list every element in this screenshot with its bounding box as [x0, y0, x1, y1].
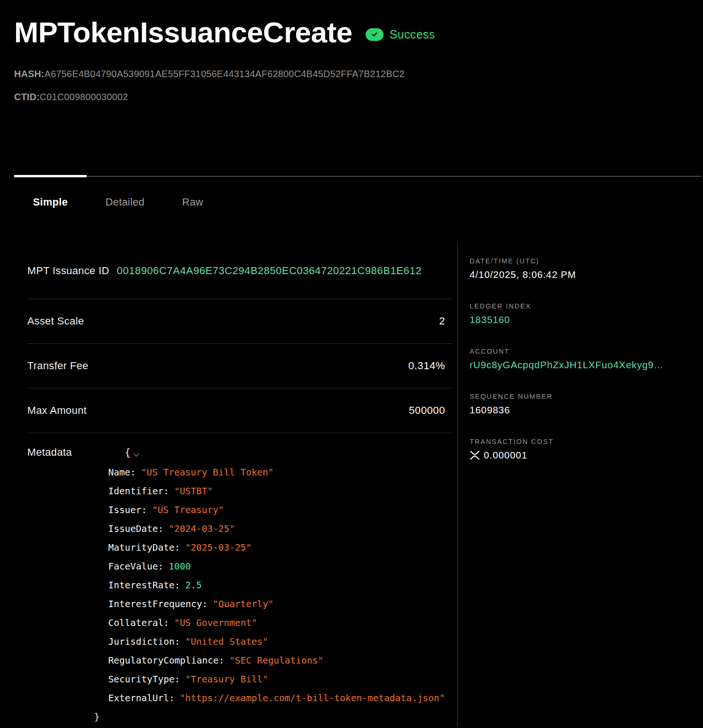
json-value: "USTBT" — [174, 486, 213, 497]
sidebar-group-ledger-index: LEDGER INDEX 1835160 — [470, 302, 694, 325]
datetime-value: 4/10/2025, 8:06:42 PM — [470, 269, 694, 280]
json-line: SecurityType:"Treasury Bill" — [108, 670, 453, 689]
hash-value: A6756E4B04790A539091AE55FF31056E443134AF… — [44, 69, 405, 79]
tab-simple[interactable]: Simple — [14, 177, 87, 220]
metadata-open-brace: { — [125, 447, 131, 458]
metadata-header: Metadata { — [27, 446, 453, 459]
json-value: "Quarterly" — [213, 599, 273, 609]
json-line: MaturityDate:"2025-03-25" — [108, 538, 453, 557]
sidebar-group-datetime: DATE/TIME (UTC) 4/10/2025, 8:06:42 PM — [470, 257, 694, 280]
success-check-icon — [366, 28, 383, 41]
json-key: Identifier: — [108, 486, 169, 497]
datetime-label: DATE/TIME (UTC) — [470, 257, 694, 265]
json-key: InterestFrequency: — [108, 599, 208, 609]
view-tabs: Simple Detailed Raw — [14, 176, 701, 220]
sidebar-group-transaction-cost: TRANSACTION COST 0.000001 — [470, 438, 694, 461]
sidebar-group-sequence-number: SEQUENCE NUMBER 1609836 — [470, 393, 694, 416]
table-row-metadata: Metadata { Name:"US Treasury Bill Token"… — [27, 433, 453, 727]
sequence-number-label: SEQUENCE NUMBER — [470, 393, 694, 400]
metadata-label: Metadata — [27, 446, 72, 459]
json-value: "2025-03-25" — [185, 542, 252, 553]
row-label: Asset Scale — [27, 315, 84, 327]
table-row-max-amount: Max Amount 500000 — [27, 388, 453, 433]
json-key: Jurisdiction: — [108, 636, 180, 647]
xrp-icon — [470, 451, 480, 459]
status-text: Success — [390, 28, 435, 41]
json-key: Collateral: — [108, 617, 169, 628]
chevron-down-icon[interactable] — [133, 453, 139, 457]
tab-raw[interactable]: Raw — [163, 177, 222, 220]
account-value[interactable]: rU9c8yGAcpqdPhZxJH1LXFuo4Xekyg9... — [470, 359, 694, 371]
ctid-label: CTID: — [14, 92, 40, 102]
transaction-page: MPTokenIssuanceCreate Success HASH:A6756… — [0, 0, 703, 727]
row-label: Transfer Fee — [27, 360, 88, 372]
json-key: IssueDate: — [108, 523, 163, 534]
json-line: InterestFrequency:"Quarterly" — [108, 595, 453, 614]
table-row-transfer-fee: Transfer Fee 0.314% — [27, 344, 453, 388]
account-label: ACCOUNT — [470, 348, 694, 355]
page-title: MPTokenIssuanceCreate — [14, 17, 352, 48]
json-value: "United States" — [185, 636, 268, 647]
json-key: InterestRate: — [108, 580, 180, 591]
json-line: ExternalUrl:"https://example.com/t-bill-… — [108, 689, 453, 708]
ledger-index-label: LEDGER INDEX — [470, 302, 694, 310]
status-badge: Success — [366, 28, 435, 41]
json-value: "Treasury Bill" — [185, 674, 268, 685]
json-line: Collateral:"US Government" — [108, 614, 453, 633]
json-line: FaceValue:1000 — [108, 557, 453, 576]
metadata-json-block: Name:"US Treasury Bill Token" Identifier… — [108, 463, 453, 727]
row-label: Max Amount — [27, 404, 87, 417]
json-key: FaceValue: — [108, 561, 163, 572]
json-value: "US Government" — [174, 617, 257, 628]
sequence-number-value: 1609836 — [470, 404, 694, 416]
json-value: "SEC Regulations" — [230, 655, 324, 666]
tx-hash-row: HASH:A6756E4B04790A539091AE55FF31056E443… — [14, 69, 703, 79]
json-line: IssueDate:"2024-03-25" — [108, 520, 453, 538]
simple-tab-body: MPT Issuance ID 0018906C7A4A96E73C294B28… — [14, 242, 457, 727]
max-amount-value: 500000 — [409, 404, 445, 417]
json-key: SecurityType: — [108, 674, 180, 685]
json-key: Issuer: — [108, 505, 147, 515]
json-value: 2.5 — [185, 580, 202, 591]
json-key: Name: — [108, 467, 136, 478]
transaction-header: MPTokenIssuanceCreate Success HASH:A6756… — [14, 0, 703, 103]
transaction-cost-row: 0.000001 — [470, 450, 694, 461]
mpt-issuance-id-value[interactable]: 0018906C7A4A96E73C294B2850EC0364720221C9… — [117, 265, 422, 277]
json-value: "US Treasury Bill Token" — [141, 467, 274, 478]
json-line: RegulatoryCompliance:"SEC Regulations" — [108, 651, 453, 670]
transaction-cost-label: TRANSACTION COST — [470, 438, 694, 445]
content-area: MPT Issuance ID 0018906C7A4A96E73C294B28… — [14, 242, 703, 727]
transaction-cost-value: 0.000001 — [484, 450, 527, 461]
sidebar-group-account: ACCOUNT rU9c8yGAcpqdPhZxJH1LXFuo4Xekyg9.… — [470, 348, 694, 371]
json-key: RegulatoryCompliance: — [108, 655, 224, 666]
transfer-fee-value: 0.314% — [408, 360, 445, 372]
json-value: "US Treasury" — [152, 505, 224, 515]
tx-ctid-row: CTID:C01C009800030002 — [14, 92, 703, 103]
table-row-mpt-issuance-id: MPT Issuance ID 0018906C7A4A96E73C294B28… — [27, 242, 453, 299]
json-line: Name:"US Treasury Bill Token" — [108, 463, 453, 482]
json-line: Issuer:"US Treasury" — [108, 501, 453, 520]
ctid-value: C01C009800030002 — [40, 92, 128, 102]
metadata-close-brace: } — [94, 708, 453, 727]
json-line: InterestRate:2.5 — [108, 576, 453, 595]
json-key: ExternalUrl: — [108, 693, 175, 704]
title-row: MPTokenIssuanceCreate Success — [14, 0, 703, 48]
json-value: "https://example.com/t-bill-token-metada… — [180, 693, 445, 704]
hash-label: HASH: — [14, 69, 44, 79]
json-value: 1000 — [168, 561, 191, 572]
json-line: Identifier:"USTBT" — [108, 482, 453, 501]
asset-scale-value: 2 — [439, 315, 445, 327]
tab-detailed[interactable]: Detailed — [87, 177, 163, 220]
table-row-asset-scale: Asset Scale 2 — [27, 299, 453, 344]
transaction-summary-sidebar: DATE/TIME (UTC) 4/10/2025, 8:06:42 PM LE… — [457, 242, 703, 727]
row-label: MPT Issuance ID — [27, 265, 109, 277]
ledger-index-value[interactable]: 1835160 — [470, 314, 694, 325]
json-line: Jurisdiction:"United States" — [108, 633, 453, 651]
json-value: "2024-03-25" — [168, 523, 235, 534]
json-key: MaturityDate: — [108, 542, 180, 553]
